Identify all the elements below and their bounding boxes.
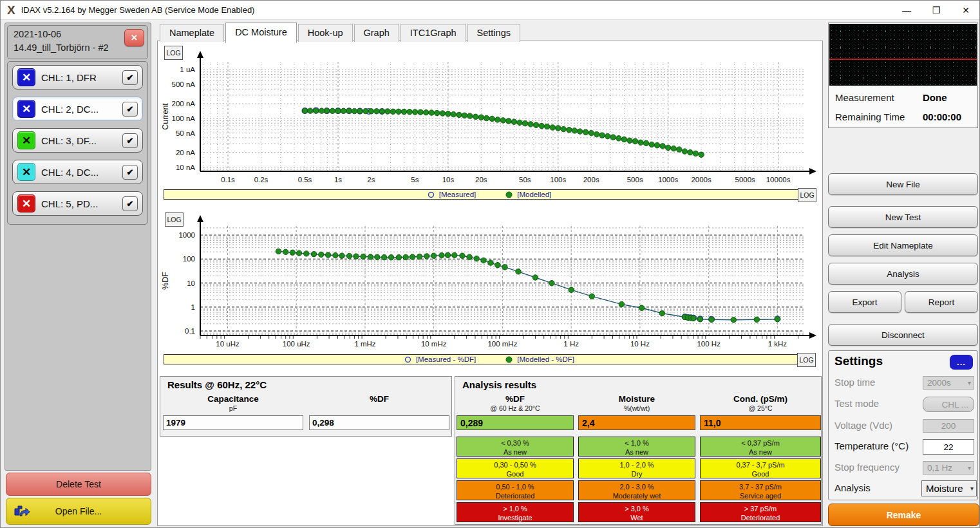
- tab-hook-up[interactable]: Hook-up: [298, 24, 353, 42]
- analysis-type-label: Analysis: [834, 482, 871, 493]
- channel-color-icon: ✕: [17, 68, 35, 86]
- legend-measured-df: [Measured - %DF]: [404, 355, 476, 363]
- chevron-down-icon: ▾: [968, 379, 971, 386]
- channel-item-4[interactable]: ✕ CHL: 4, DC... ✔: [12, 160, 143, 184]
- report-button[interactable]: Report: [905, 291, 978, 313]
- tab-itc1graph[interactable]: ITC1Graph: [400, 24, 466, 42]
- capacitance-unit: pF: [163, 404, 303, 412]
- channel-item-1[interactable]: ✕ CHL: 1, DFR ✔: [12, 65, 143, 90]
- svg-text:100 Hz: 100 Hz: [697, 340, 721, 348]
- svg-text:100 uHz: 100 uHz: [283, 340, 310, 348]
- temperature-label: Temperature (°C): [834, 440, 909, 451]
- grade-cell: 0,37 - 3,7 pS/mGood: [700, 458, 821, 478]
- channel-item-5[interactable]: ✕ CHL: 5, PD... ✔: [12, 191, 143, 216]
- svg-text:50s: 50s: [519, 176, 531, 184]
- channel-color-icon: ✕: [17, 131, 35, 149]
- svg-text:50 nA: 50 nA: [176, 129, 195, 137]
- channel-checkbox[interactable]: ✔: [122, 196, 138, 211]
- settings-title: Settings: [834, 354, 883, 368]
- modelled-marker-icon: [505, 191, 513, 198]
- test-mode-button: CHL ...: [923, 397, 974, 412]
- export-button[interactable]: Export: [828, 291, 901, 313]
- svg-text:1000s: 1000s: [658, 176, 679, 184]
- channel-label: CHL: 5, PD...: [35, 198, 122, 209]
- delete-test-button[interactable]: Delete Test: [6, 473, 151, 496]
- channel-item-2[interactable]: ✕ CHL: 2, DC... ✔: [12, 97, 143, 121]
- test-name: 14.49_till_Torbjörn - #2: [14, 42, 109, 53]
- svg-text:1 Hz: 1 Hz: [563, 340, 579, 348]
- edit-nameplate-button[interactable]: Edit Nameplate: [828, 234, 978, 256]
- svg-text:2s: 2s: [367, 176, 375, 184]
- analysis-button[interactable]: Analysis: [828, 263, 978, 285]
- channel-checkbox[interactable]: ✔: [122, 102, 138, 117]
- disconnect-button[interactable]: Disconnect: [828, 324, 978, 346]
- tab-graph[interactable]: Graph: [354, 24, 399, 42]
- df-value-field[interactable]: 0,298: [309, 415, 449, 430]
- analysis-panel: Analysis results %DF @ 60 Hz & 20°C 0,28…: [455, 376, 822, 525]
- chevron-down-icon: ▾: [968, 464, 971, 471]
- new-test-button[interactable]: New Test: [828, 206, 978, 228]
- grade-cell: 0,30 - 0,50 %Good: [457, 458, 574, 478]
- log-scale-button-df-x[interactable]: LOG: [797, 353, 816, 367]
- chevron-down-icon: ▾: [970, 485, 974, 492]
- tab-settings[interactable]: Settings: [467, 24, 520, 42]
- tab-dc-moisture[interactable]: DC Moisture: [225, 23, 297, 43]
- capacitance-value-field[interactable]: 1979: [163, 415, 303, 430]
- svg-text:5000s: 5000s: [735, 176, 756, 184]
- stop-time-select: 2000s▾: [923, 376, 974, 390]
- svg-text:10000s: 10000s: [766, 176, 791, 184]
- close-button[interactable]: ✕: [951, 1, 980, 19]
- channel-checkbox[interactable]: ✔: [122, 70, 138, 85]
- tab-nameplate[interactable]: Nameplate: [160, 24, 224, 42]
- legend-modelled: [Modelled]: [505, 191, 551, 198]
- new-file-button[interactable]: New File: [828, 173, 978, 195]
- analysis-type-select[interactable]: Moisture▾: [921, 480, 977, 496]
- channel-color-icon: ✕: [17, 163, 35, 181]
- svg-text:10: 10: [187, 279, 195, 287]
- svg-text:1 uA: 1 uA: [180, 66, 195, 73]
- channel-checkbox[interactable]: ✔: [122, 133, 138, 148]
- stop-frequency-select: 0,1 Hz▾: [923, 461, 974, 475]
- log-scale-button-current-y[interactable]: LOG: [164, 46, 183, 60]
- log-scale-button-current-x[interactable]: LOG: [798, 188, 816, 202]
- close-test-button[interactable]: ✕: [124, 29, 144, 46]
- minimize-button[interactable]: —: [892, 1, 921, 19]
- svg-text:200s: 200s: [583, 176, 599, 184]
- df-analysis-value: 0,289: [457, 415, 574, 430]
- svg-text:1s: 1s: [334, 176, 342, 184]
- settings-more-button[interactable]: ...: [950, 355, 973, 370]
- channel-checkbox[interactable]: ✔: [122, 165, 138, 180]
- grade-cell: 2,0 - 3,0 %Moderately wet: [578, 480, 695, 500]
- app-logo-icon: X: [7, 4, 15, 16]
- svg-text:0.1: 0.1: [185, 327, 195, 335]
- svg-text:2000s: 2000s: [691, 176, 711, 184]
- channel-label: CHL: 3, DF...: [35, 135, 122, 146]
- df-header: %DF: [309, 394, 449, 404]
- open-file-label: Open File...: [55, 506, 102, 516]
- channel-item-3[interactable]: ✕ CHL: 3, DF... ✔: [12, 128, 143, 153]
- grade-cell: > 37 pS/mDeteriorated: [700, 502, 821, 522]
- open-file-button[interactable]: Open File...: [6, 498, 151, 525]
- test-sidebar: 2021-10-06 14.49_till_Torbjörn - #2 ✕ ✕ …: [5, 23, 151, 471]
- app-window: X IDAX v5.2.164 by Megger Sweden AB (Ser…: [0, 0, 980, 528]
- svg-text:%DF: %DF: [161, 272, 170, 290]
- open-file-icon: [13, 503, 30, 520]
- col-header: Cond. (pS/m): [700, 394, 821, 404]
- temperature-input[interactable]: 22: [923, 439, 974, 455]
- grade-cell: < 0,37 pS/mAs new: [700, 437, 821, 457]
- channel-color-icon: ✕: [17, 100, 35, 118]
- maximize-button[interactable]: ❒: [921, 1, 951, 19]
- moisture-analysis-value: 2,4: [578, 415, 695, 430]
- svg-text:200 nA: 200 nA: [172, 100, 196, 108]
- remaining-time-value: 00:00:00: [923, 111, 961, 122]
- svg-text:1 mHz: 1 mHz: [354, 340, 375, 348]
- svg-text:20 nA: 20 nA: [176, 149, 195, 156]
- col-header: Moisture: [578, 394, 695, 404]
- remake-button[interactable]: Remake: [828, 504, 979, 526]
- log-scale-button-df-y[interactable]: LOG: [165, 212, 184, 227]
- channel-color-icon: ✕: [17, 194, 35, 212]
- svg-text:0.2s: 0.2s: [254, 176, 269, 184]
- svg-text:500 nA: 500 nA: [172, 80, 196, 88]
- svg-text:1: 1: [191, 303, 195, 311]
- grade-cell: < 1,0 %As new: [578, 437, 695, 457]
